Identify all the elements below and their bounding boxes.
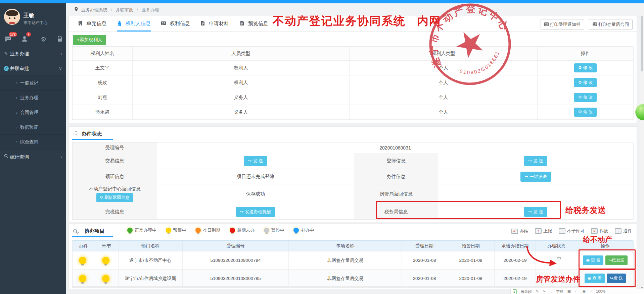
zoom-level[interactable]: 100%: [596, 289, 605, 293]
avatar[interactable]: [4, 9, 20, 25]
legend-return-file: ↓退件: [615, 228, 632, 234]
horizontal-scrollbar[interactable]: [72, 286, 633, 288]
refresh-return-info-button[interactable]: ↻ 刷新返回信息: [96, 193, 133, 202]
circle-icon[interactable]: ○: [590, 289, 592, 293]
legend-void: ×作废: [591, 228, 608, 234]
current-frame-label: 当前帧: [521, 289, 532, 294]
rights-holder-table: 权利人姓名 人员类型 权利人类型 操作 王文平 权利人 个人 ⚙修 改 杨政 权…: [72, 46, 633, 120]
breadcrumb-level1[interactable]: 并联审批: [116, 7, 133, 12]
legend-report-up: ↑上报: [535, 228, 552, 234]
modify-button[interactable]: ⚙修 改: [574, 63, 597, 72]
print-stock-house-contract-button[interactable]: 打印存量房合同: [589, 19, 633, 30]
chevron-right-icon: ›: [60, 150, 62, 164]
breadcrumb: 业务办理系统 / 并联审批 / 业务办理: [75, 7, 159, 13]
sidebar-subitem-hetongguanli[interactable]: ›合同管理: [0, 105, 66, 120]
edit-icon[interactable]: ✎: [536, 289, 539, 294]
todo-user-icon[interactable]: [21, 36, 29, 44]
messages-badge: 172: [9, 32, 17, 37]
annotation-system-title: 不动产登记业务协同系统内网: [273, 13, 441, 29]
col-header-action: 操作: [538, 47, 634, 61]
modify-button[interactable]: ⚙修 改: [574, 78, 597, 87]
cut-icon[interactable]: ✂: [543, 289, 546, 294]
settings-gear-icon[interactable]: ⚙: [40, 36, 48, 44]
scrollbar-thumb[interactable]: [641, 16, 643, 71]
send-trade-button[interactable]: ↪发 送: [244, 156, 267, 166]
gear-icon: ⚙: [578, 80, 582, 85]
monitor-x-icon: ×: [591, 228, 598, 234]
bulb-icon: [195, 228, 201, 233]
tab-rights-holder-info[interactable]: 权利人信息: [117, 16, 151, 32]
modify-button[interactable]: ⚙修 改: [574, 93, 597, 102]
status-row-accept-no: 受理编号 202001080031: [73, 142, 633, 153]
download-icon[interactable]: ↓: [550, 289, 552, 293]
breadcrumb-system[interactable]: 业务办理系统: [81, 7, 107, 12]
section-underline: [72, 236, 113, 237]
annotation-rect-actions1: [579, 249, 636, 270]
action-legend: ✓办结 ↑上报 −不予许可 ×作废 ↓退件: [506, 228, 632, 234]
bulb-icon: [293, 228, 299, 233]
one-key-send-button[interactable]: ↪一键发送: [520, 172, 551, 182]
sidebar-item-binglianshengpi[interactable]: ✓ 并联审批 ∨: [0, 61, 66, 76]
annotation-housing-text: 房管发送办件: [536, 274, 580, 284]
sidebar-subitem-yichuangdengji[interactable]: ›一窗登记: [0, 76, 66, 91]
save-success-value: 保存成功: [157, 184, 354, 204]
gear-icon: ⚙: [578, 110, 582, 114]
bulb-icon: [127, 228, 133, 233]
grid-icon[interactable]: ▦: [567, 289, 571, 294]
bulb-icon: [102, 257, 109, 264]
lock-icon[interactable]: [56, 36, 64, 44]
send-book-button[interactable]: ↪发 送: [524, 156, 547, 166]
table-row: 王文平 权利人 个人 ⚙修 改: [73, 61, 633, 75]
tab-application-materials[interactable]: 申请材料: [200, 16, 229, 32]
tab-unit-info[interactable]: 单元信息: [78, 16, 106, 32]
bulb-icon: [79, 275, 86, 282]
modify-button[interactable]: ⚙修 改: [574, 108, 597, 117]
spinner-icon: [73, 131, 79, 136]
accept-number-value: 202001080031: [157, 142, 634, 153]
legend-overdue: 超期未办: [230, 227, 255, 233]
col-header-holder-type: 权利人类型: [350, 47, 538, 61]
monitor-check-icon: ✓: [511, 229, 518, 234]
col-header-person-type: 人员类型: [133, 47, 350, 61]
table-row: 杨政 权利人 个人 ⚙修 改: [73, 75, 633, 90]
app-window: 王敏 市不动产中心 172 7 ⚙ ✎ 业务办理 › ✓ 并联: [0, 0, 644, 294]
tab-rights-info[interactable]: 权利信息: [161, 16, 190, 32]
sidebar-subitem-zonghechaxun[interactable]: ›综合查询: [0, 135, 66, 150]
annotation-rect-actions2: [579, 269, 636, 287]
sidebar-item-label: 并联审批: [10, 66, 29, 71]
add-rights-holder-button[interactable]: +添加权利人: [73, 35, 106, 45]
monitor-up-icon: ↑: [535, 228, 542, 234]
section-underline: [72, 139, 113, 140]
collab-title: ⚙⚙ 协办项目: [73, 228, 105, 234]
send-handle-reminder-button[interactable]: ↪发送办理提醒: [236, 207, 275, 217]
sidebar-item-yewubanli[interactable]: ✎ 业务办理 ›: [0, 46, 66, 61]
send-arrow-icon: ↪: [524, 174, 528, 179]
messages-icon[interactable]: [4, 36, 12, 44]
document-icon: [239, 21, 245, 27]
gears-icon: ⚙⚙: [73, 228, 80, 234]
annotation-tax-text: 给税务发送: [565, 205, 606, 216]
case-status-title: 办件状态: [73, 131, 102, 137]
legend-complete: ✓办结: [511, 228, 528, 234]
play-frame-icon[interactable]: ▸: [513, 289, 517, 294]
top-accent-bar: [0, 0, 644, 3]
search-icon: [3, 150, 9, 164]
table-header-row: 权利人姓名 人员类型 权利人类型 操作: [73, 47, 633, 61]
bulb-icon: [102, 275, 109, 282]
sidebar-item-tongjichaxun[interactable]: 统计查询 ›: [0, 150, 66, 164]
annotation-estate-text: 给不动产: [583, 235, 612, 245]
tab-preview-info[interactable]: 预览信息: [239, 16, 268, 32]
record-icon[interactable]: ◉: [583, 289, 586, 294]
download-label[interactable]: 下载: [556, 289, 563, 294]
send-arrow-icon: ↪: [240, 209, 244, 214]
sidebar-subitem-shujuyanzheng[interactable]: ›数据验证: [0, 120, 66, 135]
sidebar-subitem-yewubanli[interactable]: ›业务办理: [0, 91, 66, 105]
sidebar-menu: ✎ 业务办理 › ✓ 并联审批 ∨ ›一窗登记 ›业务办理 ›合同管理 ›数据验…: [0, 46, 66, 164]
bulb-icon: [264, 228, 269, 233]
pencil-icon: ✎: [3, 46, 9, 61]
bulb-icon: [79, 257, 86, 264]
footer-toolbar: ▸ 当前帧 ✎ ✂ ↓ 下载 ▦ ▭ ◉ ○ 100%: [510, 289, 644, 294]
print-acceptance-notice-button[interactable]: 打印受理通知书: [541, 19, 584, 30]
location-pin-icon: [75, 7, 79, 12]
window-icon[interactable]: ▭: [575, 289, 578, 294]
